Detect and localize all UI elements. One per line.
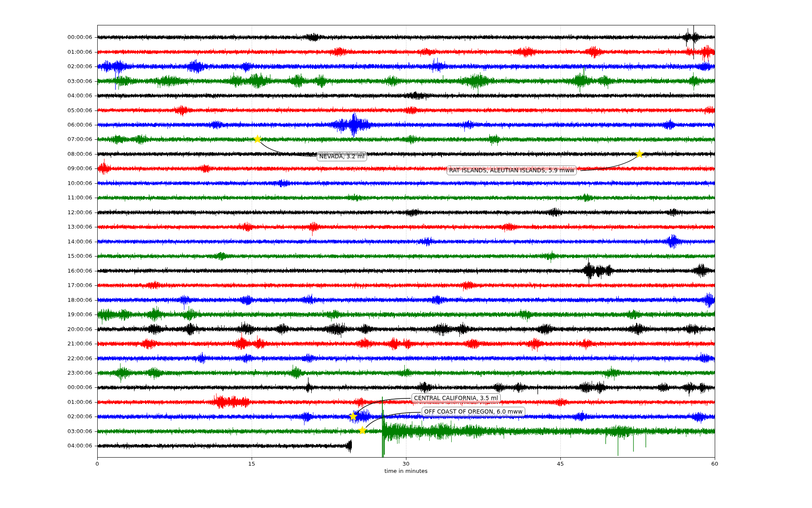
trace-hour-label: 05:00:06 (57, 107, 92, 114)
trace-hour-label: 19:00:06 (57, 311, 92, 318)
event-annotation-box: NEVADA, 3.2 ml (317, 152, 367, 161)
trace-hour-label: 09:00:06 (57, 165, 92, 172)
trace-hour-label: 22:00:06 (57, 355, 92, 362)
trace-hour-label: 02:00:06 (57, 413, 92, 420)
trace-hour-label: 20:00:06 (57, 326, 92, 333)
x-axis-label: time in minutes (97, 468, 715, 474)
x-tick-label: 0 (88, 461, 107, 467)
trace-hour-label: 03:00:06 (57, 78, 92, 85)
event-annotation-box: CENTRAL CALIFORNIA, 3.5 ml (411, 393, 501, 403)
trace-hour-label: 23:00:06 (57, 370, 92, 376)
trace-hour-label: 13:00:06 (57, 224, 92, 230)
trace-hour-label: 14:00:06 (57, 238, 92, 245)
trace-hour-label: 07:00:06 (57, 136, 92, 143)
trace-hour-label: 04:00:06 (57, 442, 92, 449)
trace-hour-label: 01:00:06 (57, 399, 92, 406)
x-tick-label: 30 (397, 461, 415, 467)
x-tick-label: 60 (705, 461, 724, 467)
trace-hour-label: 04:00:06 (57, 92, 92, 99)
trace-hour-label: 21:00:06 (57, 340, 92, 347)
x-tick-label: 45 (551, 461, 570, 467)
trace-hour-label: 17:00:06 (57, 282, 92, 289)
x-tick-label: 15 (242, 461, 261, 467)
trace-hour-label: 10:00:06 (57, 180, 92, 187)
trace-hour-label: 00:00:06 (57, 34, 92, 41)
event-annotation-box: OFF COAST OF OREGON, 6.0 mww (422, 407, 525, 417)
trace-hour-label: 06:00:06 (57, 121, 92, 128)
trace-hour-label: 03:00:06 (57, 428, 92, 435)
event-annotation-box: RAT ISLANDS, ALEUTIAN ISLANDS, 5.9 mww (447, 166, 577, 175)
trace-hour-label: 18:00:06 (57, 297, 92, 304)
trace-hour-label: 12:00:06 (57, 209, 92, 216)
trace-hour-label: 11:00:06 (57, 194, 92, 201)
trace-hour-label: 01:00:06 (57, 49, 92, 55)
trace-hour-label: 15:00:06 (57, 253, 92, 260)
trace-hour-label: 00:00:06 (57, 384, 92, 391)
seismogram-figure: US.EDHPI.00.BHZ 00:00:0601:00:0602:00:06… (0, 0, 812, 508)
trace-hour-label: 16:00:06 (57, 268, 92, 274)
seismogram-canvas (0, 0, 812, 508)
trace-hour-label: 08:00:06 (57, 151, 92, 157)
trace-hour-label: 02:00:06 (57, 63, 92, 70)
